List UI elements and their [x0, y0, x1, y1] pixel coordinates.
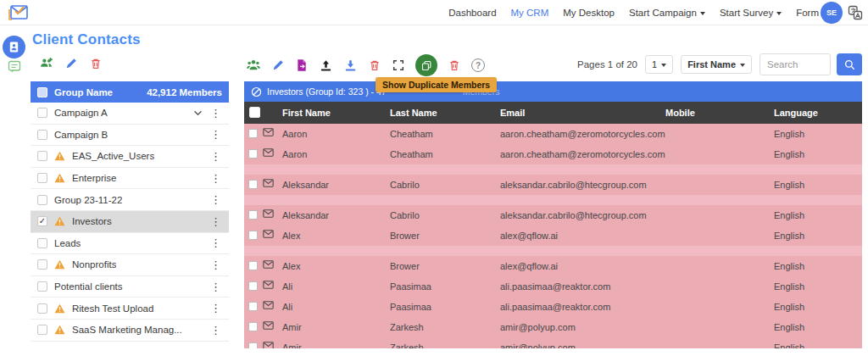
chevron-down-icon[interactable]	[193, 108, 203, 118]
email-envelope-icon[interactable]	[263, 281, 274, 291]
contact-checkbox[interactable]	[248, 322, 258, 331]
contact-row[interactable]: Alex Brower alex@qflow.ai English	[244, 256, 862, 276]
group-row[interactable]: Leads ⋮	[31, 233, 229, 255]
contact-checkbox[interactable]	[248, 231, 258, 240]
contact-row[interactable]: Aaron Cheatham aaron.cheatham@zeromotorc…	[244, 124, 862, 144]
chat-rail-icon[interactable]	[8, 60, 21, 74]
group-row[interactable]: Campaign B ⋮	[31, 125, 229, 147]
edit-group-button[interactable]	[64, 57, 78, 70]
member-toolbar: ?	[246, 53, 485, 78]
add-members-button[interactable]	[246, 58, 261, 73]
delete-members-button[interactable]	[368, 58, 381, 72]
contact-row[interactable]: Amir Zarkesh amir@polyup.com English	[244, 317, 862, 337]
contact-last-name: Zarkesh	[390, 322, 424, 332]
group-row[interactable]: Campaign A ⋮	[31, 103, 229, 125]
fullscreen-button[interactable]	[392, 58, 405, 72]
group-row[interactable]: Enterprise ⋮	[31, 168, 229, 190]
group-row[interactable]: Ritesh Test Upload ⋮	[31, 298, 229, 320]
contact-checkbox[interactable]	[248, 180, 258, 189]
email-envelope-icon[interactable]	[263, 321, 274, 331]
delete-group-button[interactable]	[89, 57, 103, 70]
select-all-groups-checkbox[interactable]	[37, 87, 47, 97]
group-row[interactable]: SaaS Marketing Manag... ⋮	[31, 320, 229, 342]
contact-last-name: Cabrilo	[390, 210, 420, 220]
nav-item[interactable]: My CRM	[511, 8, 549, 18]
contact-last-name: Cheatham	[390, 129, 433, 139]
nav-item[interactable]: My Desktop	[563, 8, 615, 18]
kebab-menu-icon[interactable]: ⋮	[208, 302, 224, 314]
group-checkbox[interactable]: ✓	[37, 216, 47, 226]
group-checkbox[interactable]	[37, 151, 47, 161]
group-checkbox[interactable]	[37, 281, 47, 292]
search-input[interactable]	[760, 53, 831, 75]
group-checkbox[interactable]	[37, 303, 47, 314]
download-button[interactable]	[343, 58, 358, 73]
search-button[interactable]	[837, 53, 862, 75]
group-checkbox[interactable]	[37, 108, 47, 118]
nav-item[interactable]: Form	[796, 8, 819, 18]
group-row[interactable]: Group 23-11-22 ⋮	[31, 189, 229, 211]
group-checkbox[interactable]	[37, 195, 47, 205]
select-all-members-checkbox[interactable]	[249, 107, 260, 118]
nav-item[interactable]: Start Campaign	[629, 8, 705, 18]
export-file-button[interactable]	[295, 58, 309, 72]
contact-row[interactable]: Alex Brower alex@qflow.ai English	[244, 225, 862, 246]
group-row[interactable]: EAS_Active_Users ⋮	[31, 146, 229, 168]
email-envelope-icon[interactable]	[263, 230, 274, 240]
email-envelope-icon[interactable]	[263, 179, 274, 189]
kebab-menu-icon[interactable]: ⋮	[208, 236, 224, 249]
contacts-rail-icon[interactable]	[3, 36, 25, 58]
contact-row[interactable]: Ali Paasimaa ali.paasimaa@reaktor.com En…	[244, 297, 862, 317]
nav-item[interactable]: Dashboard	[448, 8, 496, 18]
group-checkbox[interactable]	[37, 238, 47, 248]
group-checkbox[interactable]	[37, 259, 47, 270]
sort-field-select[interactable]: First Name	[681, 55, 752, 74]
email-envelope-icon[interactable]	[263, 209, 274, 220]
contact-row[interactable]: Ali Paasimaa ali.paasimaa@reaktor.com En…	[244, 276, 862, 297]
delete-duplicates-button[interactable]	[448, 58, 461, 72]
contact-checkbox[interactable]	[248, 210, 258, 220]
app-logo-icon[interactable]	[7, 3, 29, 23]
kebab-menu-icon[interactable]: ⋮	[208, 172, 224, 185]
kebab-menu-icon[interactable]: ⋮	[208, 128, 224, 141]
contact-checkbox[interactable]	[248, 261, 258, 270]
add-group-button[interactable]	[39, 56, 53, 70]
show-duplicates-button[interactable]	[415, 54, 437, 76]
nav-item[interactable]: Start Survey	[720, 8, 782, 18]
kebab-menu-icon[interactable]: ⋮	[208, 281, 224, 293]
contact-checkbox[interactable]	[248, 281, 258, 291]
page-select[interactable]: 1	[645, 55, 673, 74]
check-icon: ✓	[39, 217, 46, 225]
kebab-menu-icon[interactable]: ⋮	[208, 215, 224, 228]
contact-checkbox[interactable]	[248, 129, 258, 138]
group-row[interactable]: ✓ Investors ⋮	[31, 211, 229, 233]
kebab-menu-icon[interactable]: ⋮	[208, 193, 224, 206]
contact-row[interactable]: Aaron Cheatham aaron.cheatham@zeromotorc…	[244, 144, 862, 164]
email-envelope-icon[interactable]	[263, 342, 274, 348]
contact-checkbox[interactable]	[248, 149, 258, 159]
group-checkbox[interactable]	[37, 325, 47, 335]
kebab-menu-icon[interactable]: ⋮	[208, 324, 224, 337]
upload-button[interactable]	[319, 58, 333, 73]
contact-row[interactable]: Aleksandar Cabrilo aleksandar.cabrilo@ht…	[244, 175, 862, 195]
email-envelope-icon[interactable]	[263, 128, 274, 138]
translate-icon[interactable]	[848, 5, 863, 20]
kebab-menu-icon[interactable]: ⋮	[208, 259, 224, 271]
contact-row[interactable]: Amir Zarkesh amir@polyup.com English	[244, 337, 862, 348]
group-checkbox[interactable]	[37, 130, 47, 140]
help-button[interactable]: ?	[471, 58, 485, 72]
group-row[interactable]: Potential clients ⋮	[31, 276, 229, 298]
group-checkbox[interactable]	[37, 173, 47, 183]
contact-checkbox[interactable]	[248, 302, 258, 311]
email-envelope-icon[interactable]	[263, 260, 274, 270]
edit-member-button[interactable]	[271, 58, 285, 72]
group-label: Group 23-11-22	[54, 195, 122, 205]
contact-checkbox[interactable]	[248, 342, 258, 348]
kebab-menu-icon[interactable]: ⋮	[208, 107, 224, 120]
kebab-menu-icon[interactable]: ⋮	[208, 150, 224, 163]
contact-row[interactable]: Aleksandar Cabrilo aleksandar.cabrilo@ht…	[244, 205, 862, 225]
group-row[interactable]: Nonprofits ⋮	[31, 254, 229, 276]
email-envelope-icon[interactable]	[263, 148, 274, 159]
email-envelope-icon[interactable]	[263, 301, 274, 311]
user-avatar[interactable]: SE	[821, 2, 843, 24]
